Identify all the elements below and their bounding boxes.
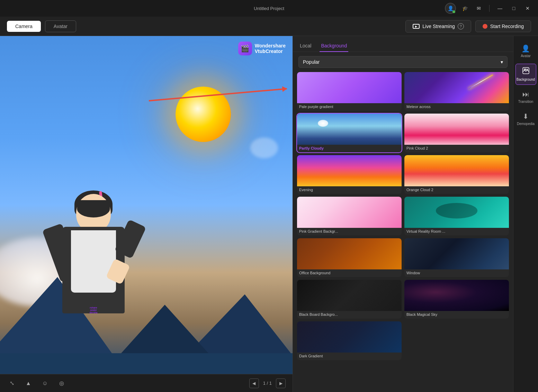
sidebar-item-avatar[interactable]: 👤 Avatar [515, 42, 536, 61]
bg-label-pale-purple: Pale purple gradient [297, 103, 402, 111]
preview-background: 🎬 WondershareVtubCreator rshareonderders… [0, 36, 293, 374]
bg-item-vr-room[interactable]: Virtual Reality Room ... [404, 197, 509, 235]
svg-rect-1 [524, 69, 526, 70]
bg-label-pink-cloud: Pink Cloud 2 [404, 145, 509, 152]
avatar-tab[interactable]: Avatar [45, 20, 76, 32]
sidebar-label-transition: Transition [518, 100, 533, 104]
panel-tabs: Local Background [293, 36, 513, 52]
app-logo-icon: 🎬 [238, 42, 252, 55]
bg-label-office: Office Background [297, 269, 402, 277]
preview-controls: ⤡ ▲ ☺ ◎ ◀ 1 / 1 ▶ [0, 374, 293, 392]
bg-item-window[interactable]: Window [404, 238, 509, 277]
avatar-shirt-text: rshareonderdersha [90, 306, 98, 314]
bg-label-black-sky: Black Magical Sky [404, 311, 509, 319]
background-sidebar-icon [522, 67, 530, 76]
bg-thumb-meteor [404, 72, 509, 103]
bg-thumb-pale-purple [297, 72, 402, 103]
transition-sidebar-icon: ⏭ [522, 90, 529, 98]
start-recording-button[interactable]: Start Recording [475, 20, 531, 32]
avatar-character: rshareonderdersha [35, 173, 152, 374]
main-layout: 🎬 WondershareVtubCreator rshareonderders… [0, 36, 538, 392]
page-nav: ◀ 1 / 1 ▶ [249, 378, 286, 388]
bg-label-partly-cloudy: Partly Cloudy [297, 145, 402, 152]
user-avatar-icon[interactable]: 👤 [445, 3, 456, 14]
bg-item-partly-cloudy[interactable]: Partly Cloudy [297, 114, 402, 152]
tab-background[interactable]: Background [320, 40, 348, 52]
bg-label-vr-room: Virtual Reality Room ... [404, 228, 509, 235]
logo-overlay: 🎬 WondershareVtubCreator [238, 42, 286, 55]
avatar-hair-front [77, 200, 110, 217]
bg-item-dark-gradient[interactable]: Dark Gradient [297, 321, 402, 360]
cloud-right [250, 137, 278, 158]
bg-thumb-office [297, 238, 402, 269]
bg-label-evening: Evening [297, 186, 402, 194]
close-button[interactable]: ✕ [523, 3, 532, 13]
sidebar-item-demopedia[interactable]: ⬇ Demopedia [515, 109, 536, 129]
bg-thumb-orange-cloud [404, 155, 509, 186]
right-sidebar: 👤 Avatar Background ⏭ Transition ⬇ Demop… [513, 36, 538, 392]
person-icon[interactable]: ☺ [40, 378, 50, 388]
demopedia-sidebar-icon: ⬇ [523, 112, 529, 121]
prev-page-button[interactable]: ◀ [249, 378, 259, 388]
bg-item-office[interactable]: Office Background [297, 238, 402, 277]
main-toolbar: Camera Avatar Live Streaming ? Start Rec… [0, 17, 538, 36]
filter-dropdown[interactable]: Popular ▾ [298, 56, 508, 68]
bg-item-meteor[interactable]: Meteor across [404, 72, 509, 111]
filter-label: Popular [303, 59, 320, 65]
bg-item-pink-gradient[interactable]: Pink Gradient Backgr... [297, 197, 402, 235]
bg-item-evening[interactable]: Evening [297, 155, 402, 194]
bg-label-meteor: Meteor across [404, 103, 509, 111]
next-page-button[interactable]: ▶ [276, 378, 286, 388]
expand-icon[interactable]: ⤡ [7, 378, 17, 388]
avatar-hoodie: rshareonderdersha [71, 230, 116, 293]
camera-tab[interactable]: Camera [7, 21, 41, 32]
mail-icon[interactable]: ✉ [474, 3, 484, 13]
bg-thumb-pink-cloud [404, 114, 509, 145]
minimize-button[interactable]: — [495, 3, 505, 13]
bg-thumb-vr-room [404, 197, 509, 228]
bg-label-pink-gradient: Pink Gradient Backgr... [297, 228, 402, 235]
bg-thumb-partly-cloudy [297, 114, 402, 145]
window-title: Untitled Project [254, 6, 284, 11]
bg-thumb-evening [297, 155, 402, 186]
bg-item-pink-cloud[interactable]: Pink Cloud 2 [404, 114, 509, 152]
avatar-body: rshareonderdersha [35, 173, 152, 374]
titlebar: Untitled Project 👤 🎓 ✉ — □ ✕ [0, 0, 538, 17]
bg-thumb-window [404, 238, 509, 269]
left-controls: ⤡ ▲ ☺ ◎ [7, 378, 66, 388]
online-status-dot [452, 10, 455, 13]
bg-label-window: Window [404, 269, 509, 277]
bg-item-orange-cloud[interactable]: Orange Cloud 2 [404, 155, 509, 194]
avatar-sidebar-icon: 👤 [521, 44, 530, 53]
titlebar-separator [489, 5, 490, 12]
sidebar-item-transition[interactable]: ⏭ Transition [515, 88, 536, 107]
bg-item-blackboard[interactable]: Black Board Backgro... [297, 280, 402, 319]
bg-thumb-blackboard [297, 280, 402, 311]
page-indicator: 1 / 1 [263, 381, 272, 386]
bg-item-black-sky[interactable]: Black Magical Sky [404, 280, 509, 319]
graduation-cap-icon[interactable]: 🎓 [460, 3, 470, 13]
bg-label-blackboard: Black Board Backgro... [297, 311, 402, 319]
sidebar-label-demopedia: Demopedia [517, 122, 535, 126]
live-streaming-help-icon[interactable]: ? [458, 23, 464, 29]
preview-area: 🎬 WondershareVtubCreator rshareonderders… [0, 36, 293, 392]
background-panel: Local Background Popular ▾ Pale purple g… [293, 36, 513, 392]
filter-section: Popular ▾ [293, 52, 513, 72]
bg-thumb-pink-gradient [297, 197, 402, 228]
live-streaming-button[interactable]: Live Streaming ? [405, 20, 471, 33]
sidebar-label-avatar: Avatar [521, 54, 531, 58]
background-grid: Pale purple gradientMeteor acrossPartly … [293, 72, 513, 392]
live-streaming-icon [413, 24, 420, 29]
bg-label-orange-cloud: Orange Cloud 2 [404, 186, 509, 194]
character-icon[interactable]: ▲ [24, 378, 33, 388]
bg-label-dark-gradient: Dark Gradient [297, 353, 402, 360]
bg-item-pale-purple[interactable]: Pale purple gradient [297, 72, 402, 111]
tab-local[interactable]: Local [298, 40, 313, 52]
maximize-button[interactable]: □ [509, 3, 519, 13]
app-logo-text: WondershareVtubCreator [255, 43, 286, 54]
record-dot-icon [483, 24, 487, 29]
circle-icon[interactable]: ◎ [57, 378, 66, 388]
bg-thumb-dark-gradient [297, 321, 402, 353]
sidebar-item-background[interactable]: Background [515, 64, 536, 85]
window-controls: 👤 🎓 ✉ — □ ✕ [445, 3, 532, 14]
